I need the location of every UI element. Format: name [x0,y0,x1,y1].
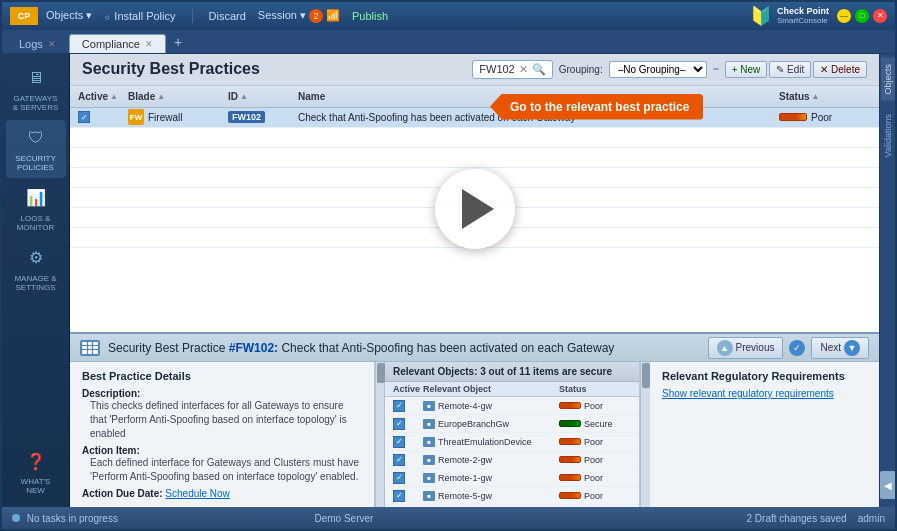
edit-button[interactable]: ✎ Edit [769,61,811,78]
tab-add-button[interactable]: + [166,31,190,53]
col-header-active: Active ▲ [74,91,124,102]
window-controls: — □ ✕ [837,9,887,23]
bottom-id: #FW102: [229,341,278,355]
sidebar-item-gateways[interactable]: 🖥 GATEWAYS& SERVERS [6,60,66,118]
right-tab-objects[interactable]: Objects [881,58,895,101]
relevant-scrollbar[interactable] [640,362,650,507]
sidebar-item-security-policies[interactable]: 🛡 SECURITYPOLICIES [6,120,66,178]
row-checkbox[interactable] [78,111,90,123]
tab-compliance[interactable]: Compliance ✕ [69,34,166,53]
status-indicator-4 [559,456,581,463]
session-badge: 2 [309,9,323,23]
video-play-button[interactable] [435,169,515,249]
rel-checkbox-2[interactable] [393,418,405,430]
show-regulatory-link[interactable]: Show relevant regulatory requirements [662,388,867,399]
tab-compliance-close[interactable]: ✕ [145,39,153,49]
next-button[interactable]: Next ▼ [811,337,869,359]
menu-session[interactable]: Session ▾ 2 📶 [258,9,340,23]
obj-icon-5: ■ [423,473,435,483]
col-header-status: Status ▲ [775,91,875,102]
bottom-title: Security Best Practice #FW102: Check tha… [108,341,614,355]
rel-checkbox-6[interactable] [393,490,405,502]
main-layout: 🖥 GATEWAYS& SERVERS 🛡 SECURITYPOLICIES 📊… [2,54,895,508]
menu-install-policy[interactable]: ⬦ Install Policy [104,10,175,22]
schedule-now-link[interactable]: Schedule Now [165,488,229,499]
obj-icon-1: ■ [423,401,435,411]
relevant-table-header: Active Relevant Object Status [385,382,639,397]
relevant-objects: Relevant Objects: 3 out of 11 items are … [385,362,640,507]
gateways-icon: 🖥 [24,66,48,90]
menu-publish[interactable]: Publish [352,10,388,22]
description-section: Description: This checks defined interfa… [82,388,362,441]
tooltip-body: Go to the relevant best practice [490,94,703,120]
right-tab-validations[interactable]: Validations [881,108,895,163]
relevant-row-4[interactable]: ■ Remote-2-gw Poor [385,451,639,469]
rel-checkbox-4[interactable] [393,454,405,466]
rel-col-object: Relevant Object [419,384,555,394]
regulatory-title: Relevant Regulatory Requirements [662,370,867,382]
new-button[interactable]: + New [725,61,768,78]
rel-col-status: Status [555,384,635,394]
relevant-row-1[interactable]: ■ Remote-4-gw Poor [385,397,639,415]
bottom-content: Best Practice Details Description: This … [70,362,879,507]
sidebar-label-security: SECURITYPOLICIES [15,154,55,172]
row-id: FW102 [224,111,294,123]
check-icon: ✓ [789,340,805,356]
manage-icon: ⚙ [24,246,48,270]
sidebar-item-logs[interactable]: 📊 LOGS &MONITOR [6,180,66,238]
status-bar: No tasks in progress Demo Server 2 Draft… [2,507,895,529]
grouping-select[interactable]: –No Grouping– [609,61,707,78]
rel-checkbox-3[interactable] [393,436,405,448]
rel-checkbox-1[interactable] [393,400,405,412]
details-scrollbar[interactable] [375,362,385,507]
action-due-label: Action Due Date: [82,488,163,499]
description-text: This checks defined interfaces for all G… [90,399,362,441]
row-id-badge: FW102 [228,111,265,123]
close-button[interactable]: ✕ [873,9,887,23]
maximize-button[interactable]: □ [855,9,869,23]
relevant-row-3[interactable]: ■ ThreatEmulationDevice Poor [385,433,639,451]
relevant-row-6[interactable]: ■ Remote-5-gw Poor [385,487,639,505]
rel-checkbox-5[interactable] [393,472,405,484]
minimize-button[interactable]: — [837,9,851,23]
previous-button[interactable]: ▲ Previous [708,337,784,359]
table-container: Active ▲ Blade ▲ ID ▲ Name S [70,86,879,333]
delete-button[interactable]: ✕ Delete [813,61,867,78]
relevant-row-2[interactable]: ■ EuropeBranchGw Secure [385,415,639,433]
tab-logs[interactable]: Logs ✕ [6,34,69,53]
table-row-empty-2 [70,148,879,168]
row-active [74,111,124,123]
tab-logs-close[interactable]: ✕ [48,39,56,49]
search-value-display: FW102 [479,63,514,75]
obj-name-2: EuropeBranchGw [438,419,509,429]
sidebar-label-gateways: GATEWAYS& SERVERS [13,94,59,112]
relevant-row-5[interactable]: ■ Remote-1-gw Poor [385,469,639,487]
sidebar-label-manage: MANAGE &SETTINGS [14,274,56,292]
toolbar-buttons: + New ✎ Edit ✕ Delete [725,61,867,78]
obj-name-5: Remote-1-gw [438,473,492,483]
sidebar-item-manage[interactable]: ⚙ MANAGE &SETTINGS [6,240,66,298]
sidebar-item-whats-new[interactable]: ❓ WHAT'SNEW [6,443,66,501]
menu-discard[interactable]: Discard [209,10,246,22]
status-text-5: Poor [584,473,603,483]
tab-logs-label: Logs [19,38,43,50]
content-area: Security Best Practices FW102 ✕ 🔍 Groupi… [70,54,879,508]
sidebar-label-logs: LOGS &MONITOR [17,214,55,232]
app-logo: CP [10,7,38,25]
table-row[interactable]: FW Firewall FW102 Check that Anti-Spoofi… [70,108,879,128]
obj-name-1: Remote-4-gw [438,401,492,411]
search-icon[interactable]: 🔍 [532,63,546,76]
collapse-button[interactable]: ◀ [880,471,896,499]
security-policies-icon: 🛡 [24,126,48,150]
status-indicator-2 [559,420,581,427]
status-bar-icon [779,113,807,121]
relevant-rows: ■ Remote-4-gw Poor [385,397,639,507]
sidebar-label-whats-new: WHAT'SNEW [21,477,51,495]
search-clear-icon[interactable]: ✕ [519,63,528,76]
bottom-panel-icon [80,340,100,356]
bottom-panel: Security Best Practice #FW102: Check tha… [70,332,879,507]
sidebar: 🖥 GATEWAYS& SERVERS 🛡 SECURITYPOLICIES 📊… [2,54,70,508]
bottom-header: Security Best Practice #FW102: Check tha… [70,334,879,362]
menu-objects[interactable]: Objects ▾ [46,9,92,22]
bottom-description: Check that Anti-Spoofing has been activa… [281,341,614,355]
